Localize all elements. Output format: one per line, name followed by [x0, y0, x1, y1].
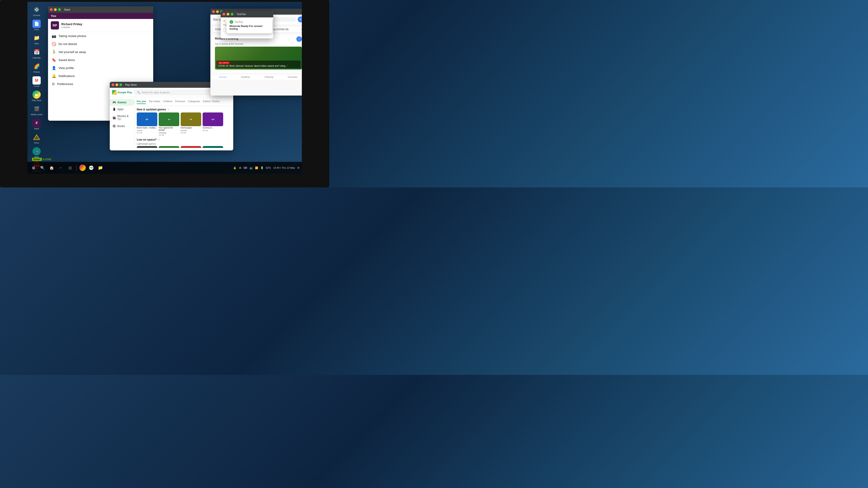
- taskbar-lock-icon: 🔒: [233, 166, 237, 169]
- sidebar-item-calendar[interactable]: 📅 Calendar: [29, 46, 44, 60]
- sidebar-gmail-label: Gmail: [34, 85, 39, 87]
- taskbar-assistant[interactable]: [79, 165, 86, 171]
- sidebar-item-chrome[interactable]: Chrome: [29, 4, 44, 18]
- news-tab-foryou[interactable]: For you: [219, 76, 227, 78]
- sidebar-item-photos[interactable]: 🌈 Photos: [29, 61, 44, 74]
- profile-icon: 👤: [52, 66, 56, 70]
- game-card-gummy[interactable]: GD Gummy D... 4.3 ★: [203, 112, 223, 136]
- news-tab-favourites[interactable]: Favourites: [288, 76, 297, 78]
- playstore-search-box[interactable]: 🔍 Search for apps & games: [134, 90, 223, 95]
- tab-editorschoice[interactable]: Editors' Choice: [203, 100, 220, 104]
- slack-titlebar: Slack: [48, 6, 153, 13]
- game-card-growfarm[interactable]: GF Grow Farm 2: [159, 146, 179, 148]
- task-checkbox[interactable]: [223, 28, 226, 31]
- meet-icon: 📹: [32, 147, 41, 156]
- tab-premium[interactable]: Premium: [175, 100, 185, 104]
- sidebar-photos-label: Photos: [33, 71, 40, 73]
- news-min-btn[interactable]: [216, 10, 219, 13]
- slack-menu-dnd[interactable]: 🚫 Do not disturb: [48, 40, 153, 48]
- nav-apps[interactable]: 📱 Apps: [110, 106, 135, 113]
- slack-menu-profile-label: View profile: [59, 66, 74, 70]
- slack-max-btn[interactable]: [58, 8, 61, 11]
- playstore-content: For you Top charts Children Premium Cate…: [135, 97, 233, 148]
- news-headline: COVID-19: Boris Johnson 'anxious' about …: [218, 65, 299, 67]
- briefing-sub: Top 5 stories at the moment: [215, 43, 302, 45]
- taskbar-appgrid[interactable]: ⊞: [30, 164, 37, 171]
- movies-nav-icon: 🎬: [113, 116, 116, 119]
- nav-games[interactable]: 🎮 Games: [110, 99, 135, 106]
- slack-min-btn[interactable]: [54, 8, 57, 11]
- slack-menu-profile[interactable]: 👤 View profile: [48, 64, 153, 72]
- ticktick-max-btn[interactable]: [231, 13, 234, 15]
- google-play-icon: [112, 90, 117, 95]
- slack-menu-preferences-label: Preferences: [57, 82, 73, 86]
- gummy-thumb: GD: [203, 112, 223, 126]
- tab-topcharts[interactable]: Top charts: [149, 100, 160, 104]
- nav-books[interactable]: 📚 Books: [110, 123, 135, 130]
- sidebar-item-docs[interactable]: 📄 Docs: [29, 18, 44, 32]
- taskbar-screen-icon: 📺: [249, 166, 253, 169]
- ticktick-min-btn[interactable]: [227, 13, 229, 15]
- sidebar-item-meet[interactable]: 📹 Meet: [29, 146, 44, 160]
- sidebar-meet-label: Meet: [34, 156, 39, 158]
- games-nav-label: Games: [117, 101, 126, 104]
- preferences-icon: ⚙: [52, 82, 55, 86]
- slack-username: Richard Priday: [61, 23, 82, 26]
- game-card-youvs[interactable]: YA You Against the World! Strategy 3.5 ★: [159, 112, 179, 136]
- news-tab-following[interactable]: Following: [265, 76, 273, 78]
- slack-menu-notifications[interactable]: 🔔 Notifications: [48, 72, 153, 80]
- slack-close-btn[interactable]: [50, 8, 53, 11]
- slack-status: ● Active: [61, 26, 82, 29]
- taskbar-home[interactable]: 🏠: [48, 164, 55, 171]
- game-card-makecity[interactable]: MC Makecity: [137, 146, 157, 148]
- apps-nav-label: Apps: [117, 108, 123, 111]
- news-hero-image: Sky NEWS COVID-19: Boris Johnson 'anxiou…: [215, 46, 302, 69]
- news-user-avatar[interactable]: R: [298, 17, 302, 23]
- taskbar-search[interactable]: 🔍: [39, 164, 46, 171]
- game-card-boomkarts[interactable]: BK Boom Karts - Multipl... Action 4.1 ★: [137, 112, 157, 136]
- playstore-close-btn[interactable]: [112, 84, 114, 86]
- tab-categories[interactable]: Categories: [188, 100, 200, 104]
- camera-icon: 📷: [52, 34, 56, 38]
- makecity-thumb: MC: [137, 146, 157, 148]
- slack-menu-away[interactable]: 🏃 Set yourself as away: [48, 48, 153, 56]
- sidebar-item-files[interactable]: 📁 Files: [29, 32, 44, 46]
- game-card-pou[interactable]: POU Pou: [181, 146, 201, 148]
- tab-foryou[interactable]: For you: [137, 100, 146, 104]
- sidebar-item-mediacentre[interactable]: 🎬 Media centre: [29, 103, 44, 117]
- playstore-max-btn[interactable]: [119, 84, 122, 86]
- taskbar: ⊞ 🔍 🏠 ← ⊡: [27, 162, 302, 174]
- notifications-icon: 🔔: [52, 74, 56, 78]
- star-icon: ★: [223, 19, 225, 23]
- taskbar-files[interactable]: 📁: [97, 164, 104, 171]
- docs-icon: 📄: [32, 20, 41, 28]
- lowspace-subtitle: Lightweight games: [137, 143, 160, 145]
- playstore-min-btn[interactable]: [116, 84, 118, 86]
- slack-menu-photos[interactable]: 📷 Taking review photos: [48, 32, 153, 40]
- taskbar-back[interactable]: ←: [57, 164, 64, 171]
- sidebar: Chrome 📄 Docs 📁 Files 📅 Calendar 🌈 Photo…: [27, 2, 46, 162]
- sidebar-item-playstore[interactable]: ▶ Play Store: [29, 89, 44, 103]
- sidebar-item-slack[interactable]: # Slack: [29, 118, 44, 131]
- taskbar-recent[interactable]: ⊡: [66, 164, 74, 171]
- ticktick-close-btn[interactable]: [222, 13, 225, 15]
- game-card-farmscapes[interactable]: FS Farmscapes Puzzle 4.3 ★: [181, 112, 201, 136]
- sky-news-badge: Sky NEWS: [218, 62, 230, 64]
- slack-menu-saved-label: Saved items: [59, 58, 75, 62]
- playstore-body: 🎮 Games 📱 Apps 🎬 Movies & TV 📚 Books: [110, 97, 233, 148]
- news-tab-headlines[interactable]: Headlines: [241, 76, 250, 78]
- taskbar-settings-icon[interactable]: ⚙: [297, 166, 300, 169]
- game-card-little[interactable]: LR Little R...: [203, 146, 223, 148]
- news-close-btn[interactable]: [212, 10, 215, 13]
- little-thumb: LR: [203, 146, 223, 148]
- taskbar-chrome[interactable]: [88, 164, 95, 171]
- nav-movies[interactable]: 🎬 Movies & TV: [110, 113, 135, 123]
- monitor-bezel: Chrome 📄 Docs 📁 Files 📅 Calendar 🌈 Photo…: [0, 0, 329, 188]
- sidebar-item-drive[interactable]: Drive: [29, 132, 44, 145]
- tab-children[interactable]: Children: [163, 100, 173, 104]
- sidebar-item-gmail[interactable]: M Gmail: [29, 75, 44, 89]
- taskbar-right: 🔒 🖥 ⌨ 📺 📶 🔋 82% 14:49 • Thu 13 May ⚙: [233, 166, 300, 169]
- dnd-icon: 🚫: [52, 42, 56, 46]
- ticktick-titlebar: TickTick: [221, 11, 273, 18]
- slack-menu-saved[interactable]: 🔖 Saved items: [48, 56, 153, 64]
